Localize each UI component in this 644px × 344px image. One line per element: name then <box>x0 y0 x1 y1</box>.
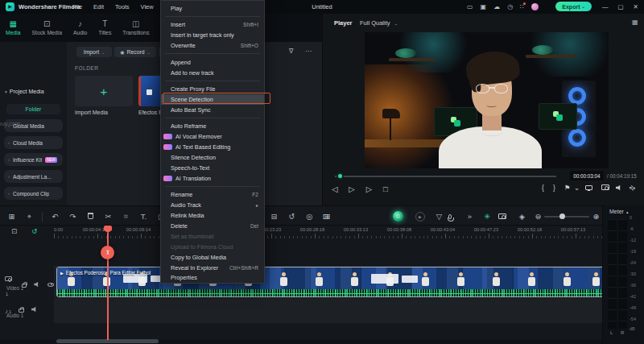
menu-item-delete[interactable]: DeleteDel <box>161 221 264 231</box>
audio-track-row[interactable] <box>54 298 602 323</box>
video-camera-icon[interactable]: 1 <box>5 270 14 299</box>
display-icon[interactable]: ▭ <box>467 4 473 10</box>
snapshot-camera-icon[interactable] <box>498 206 506 226</box>
chroma-key-icon[interactable]: ✳ <box>482 206 493 226</box>
filmora-logo-on-screen <box>451 117 460 126</box>
filter-icon[interactable]: ∇ <box>289 48 293 55</box>
menu-item-properties[interactable]: Properties <box>161 272 264 283</box>
menu-tools[interactable]: Tools <box>115 3 130 10</box>
tab-transitions[interactable]: ◫Transitions <box>117 14 155 42</box>
voiceover-mic-icon[interactable] <box>448 206 452 226</box>
menu-item-rename[interactable]: RenameF2 <box>161 189 264 200</box>
seek-bar[interactable] <box>335 176 556 177</box>
menu-item-speech-to-text[interactable]: Speech-to-Text <box>161 163 264 173</box>
sidebar-item-label: Influence Kit <box>13 157 42 163</box>
speed-icon[interactable]: » <box>464 206 475 226</box>
import-button[interactable]: Import⌄ <box>76 47 112 57</box>
keyframe-icon[interactable]: ◈ <box>517 206 527 226</box>
sidebar-item-project-media[interactable]: ▾Project Media <box>5 89 44 94</box>
quality-dropdown[interactable]: Full Quality⌄ <box>360 19 398 27</box>
apps-grid-icon[interactable]: ∷ <box>520 4 524 10</box>
timeline-ruler[interactable]: -00:0000:00:04:1900:00:09:1400:00:14:090… <box>54 226 602 239</box>
volume-icon[interactable] <box>616 184 622 193</box>
mask-shield-icon[interactable]: ▽ <box>434 206 444 226</box>
zoom-in-icon[interactable]: ⊕ <box>591 206 601 226</box>
timeline-clip[interactable]: ▶Efectos Poderosos Para Editar Futbol <box>56 267 606 297</box>
tab-media[interactable]: ▦Media <box>0 14 27 42</box>
menu-item-relink-media[interactable]: Relink Media <box>161 210 264 221</box>
menu-item-overwrite[interactable]: OverwriteShift+O <box>161 40 264 51</box>
menu-view[interactable]: View <box>141 3 154 10</box>
camera-shape <box>498 213 506 219</box>
record-icon: ◉ <box>120 49 124 55</box>
import-media-tile[interactable]: + <box>75 76 133 106</box>
menu-item-insert[interactable]: InsertShift+I <box>161 19 264 30</box>
zoom-slider-handle[interactable] <box>559 213 565 219</box>
sidebar-item-folder[interactable]: Folder <box>6 104 60 114</box>
menu-item-audio-track[interactable]: Audio Track▸ <box>161 200 264 210</box>
sidebar-item-compound-clip[interactable]: ›Compound Clip <box>4 187 63 200</box>
hide-track-icon[interactable] <box>47 283 54 287</box>
fullscreen-icon[interactable]: ⇄ <box>628 184 637 193</box>
menu-item-label: Copy to Global Media <box>171 254 258 261</box>
seek-handle[interactable] <box>336 172 344 180</box>
menu-item-ai-translation[interactable]: AI Translation <box>161 173 264 184</box>
titles-icon: T <box>102 20 107 28</box>
notifications-icon[interactable]: ◷ <box>507 4 513 10</box>
tab-stock-media[interactable]: ⊡Stock Media <box>27 14 68 42</box>
menu-item-ai-text-based-editing[interactable]: AI Text Based Editing <box>161 142 264 152</box>
menu-item-play[interactable]: Play <box>161 3 264 14</box>
user-avatar[interactable] <box>531 3 539 10</box>
auto-ripple-icon[interactable]: ↺ <box>31 227 37 235</box>
mirror-display-icon[interactable] <box>585 184 592 192</box>
preview-fit-icon[interactable]: ▦ <box>632 19 638 26</box>
mute-track-icon[interactable] <box>34 281 39 288</box>
marker-flag-icon[interactable]: ⚑ <box>564 184 571 192</box>
sidebar-item-influence-kit[interactable]: ›Influence KitNEW <box>4 153 63 166</box>
video-track-icons: 1 <box>5 270 54 299</box>
maximize-button[interactable]: ▢ <box>618 3 624 10</box>
mark-in-icon[interactable]: { <box>542 184 544 192</box>
tab-audio[interactable]: ♪Audio <box>68 14 93 42</box>
menu-item-insert-in-target-track-only[interactable]: Insert in target track only <box>161 30 264 40</box>
mark-out-icon[interactable]: } <box>553 184 555 192</box>
sidebar-item-cloud-media[interactable]: ›Cloud Media <box>4 136 63 149</box>
minimize-button[interactable]: — <box>602 3 609 10</box>
export-button[interactable]: Export⌄ <box>555 2 592 11</box>
manage-tracks-icon[interactable]: ⊡ <box>11 227 17 235</box>
tab-titles[interactable]: TTitles <box>93 14 117 42</box>
chevron-right-icon: › <box>8 174 10 179</box>
menu-item-reveal-in-explorer[interactable]: Reveal In ExplorerCtrl+Shift+R <box>161 263 264 273</box>
menu-edit[interactable]: Edit <box>93 3 104 10</box>
mute-track-icon[interactable] <box>31 306 38 313</box>
menu-item-copy-to-global-media[interactable]: Copy to Global Media <box>161 252 264 263</box>
menu-file[interactable]: File <box>72 3 82 10</box>
cloud-upload-icon[interactable]: ☁ <box>493 4 500 10</box>
menu-separator <box>161 78 264 85</box>
playhead-split-button[interactable]: ✂ <box>101 246 114 259</box>
menu-item-auto-beat-sync[interactable]: Auto Beat Sync <box>161 105 264 115</box>
marker-caret-icon[interactable]: ⌄ <box>574 184 580 192</box>
save-icon[interactable]: ▣ <box>481 4 487 10</box>
ai-assistant-icon[interactable]: ☺ <box>393 206 403 226</box>
meter-header[interactable]: Meter▴ <box>609 209 628 214</box>
menu-item-auto-reframe[interactable]: Auto Reframe <box>161 121 264 131</box>
neon-ring <box>568 129 586 147</box>
record-button[interactable]: ◉Record⌄ <box>114 47 156 57</box>
close-button[interactable]: ✕ <box>634 3 638 10</box>
timeline-zoom-slider[interactable] <box>544 216 589 218</box>
preview-play-icon[interactable]: ▶ <box>415 206 425 226</box>
zoom-out-icon[interactable]: ⊖ <box>533 206 543 226</box>
sidebar-item-adjustment-la-[interactable]: ›Adjustment La... <box>4 170 63 183</box>
more-options-icon[interactable]: ⋯ <box>305 48 312 55</box>
voice-clip-icon[interactable]: ⊡ <box>320 206 331 226</box>
meter-channel-label: L <box>610 330 613 335</box>
menu-item-ai-vocal-remover[interactable]: AI Vocal Remover <box>161 131 264 142</box>
filmora-logo-icon: ▶ <box>6 2 14 11</box>
menu-item-silence-detection[interactable]: Silence Detection <box>161 152 264 163</box>
menu-item-label: Properties <box>171 274 258 281</box>
snapshot-icon[interactable] <box>601 184 609 192</box>
menu-item-append[interactable]: Append <box>161 57 264 68</box>
menu-item-add-to-new-track[interactable]: Add to new track <box>161 68 264 78</box>
caret-down-icon: ▾ <box>5 89 7 94</box>
